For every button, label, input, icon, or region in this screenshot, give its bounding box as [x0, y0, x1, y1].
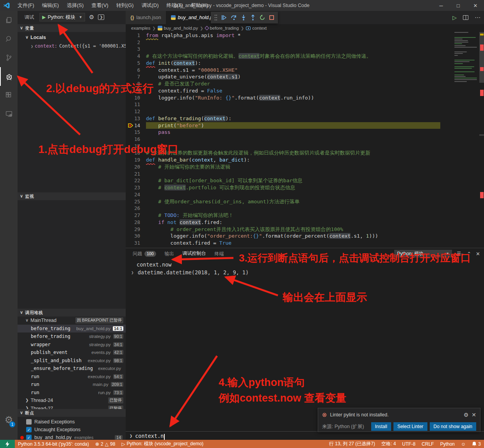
line-number[interactable]: 19 — [126, 156, 146, 164]
line-number[interactable]: 13 — [126, 115, 146, 122]
code-line-19[interactable]: 19def handle_bar(context, bar_dict): — [126, 156, 484, 164]
code-line-16[interactable]: 16 — [126, 136, 484, 143]
indentation-status[interactable]: 空格: 4 — [378, 441, 399, 447]
line-number[interactable]: 31 — [126, 240, 146, 247]
breakpoint-checkbox[interactable]: ✓ — [26, 427, 32, 432]
console-result[interactable]: ❯ datetime.datetime(2018, 1, 2, 9, 1) — [126, 268, 484, 276]
settings-gear-icon[interactable]: ⚙ 1 — [0, 411, 18, 429]
menubar-item[interactable]: 查看(V) — [88, 1, 112, 10]
code-line-20[interactable]: 20 # 开始编写你的主要的算法逻辑 — [126, 164, 484, 171]
code-line-11[interactable]: 11 — [126, 101, 484, 108]
step-over-button[interactable] — [231, 14, 237, 21]
code-line-13[interactable]: 13def before_trading(context): — [126, 115, 484, 122]
callstack-frame[interactable]: publish_eventevents.py42:1 — [18, 348, 126, 357]
watch-section-header[interactable]: ∨ 监视 — [18, 192, 126, 200]
python-interpreter-status[interactable]: Python 3.5.3 64-bit ('py35': conda) — [15, 441, 92, 447]
line-number[interactable]: 11 — [126, 101, 146, 108]
code-line-21[interactable]: 21 — [126, 171, 484, 178]
callstack-frame[interactable]: runmain.py209:1 — [18, 380, 126, 389]
variables-section-header[interactable]: ∨ 变量 — [18, 24, 126, 32]
line-number[interactable]: 2 — [126, 39, 146, 46]
line-number[interactable]: 7 — [126, 73, 146, 80]
toolbar-drag-handle[interactable] — [214, 14, 217, 21]
code-line-22[interactable]: 22 # bar_dict[order_book_id] 可以拿到某个证券的ba… — [126, 177, 484, 184]
callstack-thread[interactable]: ❯Thread-27已暂停 — [18, 405, 126, 409]
language-mode-status[interactable]: Python — [437, 441, 458, 447]
feedback-smiley-icon[interactable]: ☺ — [458, 441, 469, 447]
callstack-frame[interactable]: before_tradingbuy_and_hold.py14:1 — [18, 325, 126, 333]
menubar-item[interactable]: 文件(F) — [14, 1, 38, 10]
panel-tab-输出[interactable]: 输出 — [165, 248, 174, 259]
code-line-6[interactable]: 6 context.s1 = "000001.XSHE" — [126, 67, 484, 74]
menubar-item[interactable]: 帮助(H) — [187, 1, 212, 10]
line-number[interactable]: 14 — [126, 122, 146, 129]
breadcrumb-item-buy_and_hold.py[interactable]: buy_and_hold.py — [158, 26, 198, 30]
code-line-8[interactable]: 8 # 是否已发送了order — [126, 80, 484, 87]
remote-indicator[interactable] — [0, 440, 15, 448]
breakpoint-row[interactable]: Raised Exceptions — [18, 418, 126, 426]
minimize-button[interactable]: ─ — [432, 0, 450, 11]
line-number[interactable]: 28 — [126, 219, 146, 226]
open-console-icon[interactable]: ❯ — [98, 14, 104, 20]
line-number[interactable]: 1 — [126, 32, 146, 39]
code-line-10[interactable]: 10 logger.info("RunInfo: {}".format(cont… — [126, 94, 484, 101]
menubar-item[interactable]: 转到(G) — [113, 1, 137, 10]
notification-button-select-linter[interactable]: Select Linter — [393, 422, 427, 431]
source-control-icon[interactable] — [0, 48, 18, 67]
code-line-17[interactable]: 17 — [126, 143, 484, 150]
notification-button-install[interactable]: Install — [371, 422, 391, 431]
callstack-section-header[interactable]: ∨ 调用堆栈 — [18, 309, 126, 316]
line-number[interactable]: 27 — [126, 212, 146, 219]
variable-row-context[interactable]: ❯ context: Context({s1 = '000001.XSHE… — [18, 42, 126, 50]
breakpoints-section-header[interactable]: ∨ 断点 — [18, 409, 126, 417]
remote-explorer-icon[interactable] — [0, 105, 18, 123]
continue-button[interactable] — [221, 14, 227, 21]
locals-scope[interactable]: ∨ Locals — [18, 34, 126, 41]
debug-icon[interactable] — [0, 67, 18, 86]
code-line-1[interactable]: 1from rqalpha_plus.apis import * — [126, 32, 484, 39]
breakpoint-row[interactable]: ✓Uncaught Exceptions — [18, 426, 126, 434]
line-number[interactable]: 3 — [126, 46, 146, 53]
launch-config-dropdown[interactable]: ▶ Python: 模块 ▼ — [39, 13, 85, 21]
maximize-button[interactable]: □ — [450, 0, 467, 11]
line-number[interactable]: 15 — [126, 129, 146, 136]
notification-close-icon[interactable]: ✕ — [472, 412, 476, 418]
code-line-26[interactable]: 26 — [126, 205, 484, 212]
breakpoint-checkbox[interactable]: ✓ — [26, 435, 32, 440]
code-line-14[interactable]: 14 print("before") — [126, 122, 484, 129]
code-line-5[interactable]: 5def init(context): — [126, 60, 484, 67]
callstack-thread-main[interactable]: ∨MainThread因 BREAKPOINT 已暂停 — [18, 316, 126, 325]
line-number[interactable]: 20 — [126, 164, 146, 171]
chevron-right-icon[interactable]: ❯ — [131, 270, 134, 275]
step-out-button[interactable] — [250, 14, 256, 21]
line-number[interactable]: 12 — [126, 108, 146, 115]
more-actions-icon[interactable]: ⋯ — [475, 14, 481, 21]
code-line-23[interactable]: 23 # context.portfolio 可以拿到现在的投资组合状态信息 — [126, 184, 484, 191]
line-number[interactable]: 25 — [126, 198, 146, 205]
panel-tab-终端[interactable]: 终端 — [215, 248, 224, 259]
eol-status[interactable]: CRLF — [418, 441, 437, 447]
menubar-item[interactable]: 选择(S) — [63, 1, 87, 10]
code-line-27[interactable]: 27 # TODO: 开始编写你的算法吧！ — [126, 212, 484, 219]
panel-tab-调试控制台[interactable]: 调试控制台 — [183, 248, 206, 259]
code-line-29[interactable]: 29 # order_percent并且传入1代表买入该股票并且使其占有投资组合… — [126, 226, 484, 233]
callstack-frame[interactable]: runrun.py73:1 — [18, 389, 126, 397]
code-line-31[interactable]: 31 context.fired = True — [126, 240, 484, 247]
panel-tab-问题[interactable]: 问题100 — [133, 248, 156, 259]
code-editor[interactable]: 1from rqalpha_plus.apis import *234# 在这个… — [126, 32, 484, 248]
code-line-18[interactable]: 18# 你选择的证券的数据更新将会触发此段逻辑，例如日或分钟历史数据切片或者是实… — [126, 149, 484, 156]
code-line-3[interactable]: 3 — [126, 46, 484, 53]
line-number[interactable]: 5 — [126, 60, 146, 67]
callstack-frame[interactable]: runexecutor.py54:1 — [18, 373, 126, 381]
run-file-icon[interactable]: ▷ — [452, 14, 457, 21]
breakpoint-checkbox[interactable] — [26, 419, 32, 425]
problems-status[interactable]: ⊗ 2 △ 98 — [92, 441, 118, 447]
close-button[interactable]: ✕ — [467, 0, 484, 11]
callstack-frame[interactable]: before_tradingstrategy.py90:1 — [18, 332, 126, 341]
code-line-28[interactable]: 28 if not context.fired: — [126, 219, 484, 226]
breadcrumb-item-examples[interactable]: examples — [131, 26, 150, 30]
extensions-icon[interactable] — [0, 86, 18, 105]
callstack-frame[interactable]: _split_and_publishexecutor.py98:1 — [18, 357, 126, 365]
callstack-frame[interactable]: wrapperstrategy.py34:1 — [18, 341, 126, 349]
restart-button[interactable] — [259, 14, 265, 21]
